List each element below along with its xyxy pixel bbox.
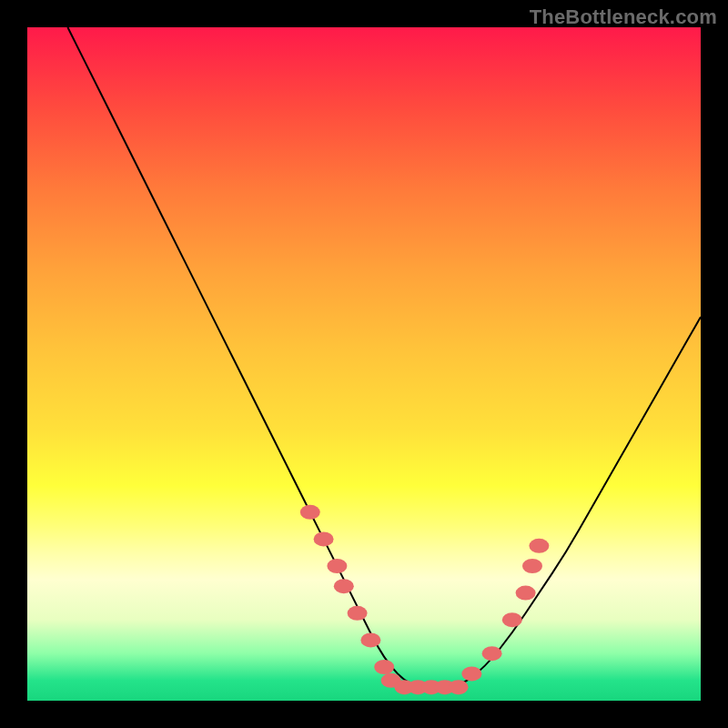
data-marker: [300, 505, 320, 520]
marker-layer: [300, 505, 550, 694]
data-marker: [327, 559, 347, 573]
attribution-label: TheBottleneck.com: [530, 5, 717, 29]
curve-line: [67, 27, 701, 687]
data-marker: [522, 559, 542, 573]
data-marker: [334, 579, 354, 593]
data-marker: [348, 606, 368, 621]
data-marker: [461, 666, 481, 681]
data-marker: [314, 531, 334, 546]
data-marker: [360, 632, 380, 647]
data-marker: [449, 680, 469, 694]
data-marker: [502, 612, 522, 627]
chart-plot: [27, 27, 701, 701]
data-marker: [529, 539, 549, 553]
data-marker: [374, 660, 394, 674]
data-marker: [516, 586, 536, 601]
data-marker: [482, 646, 502, 661]
